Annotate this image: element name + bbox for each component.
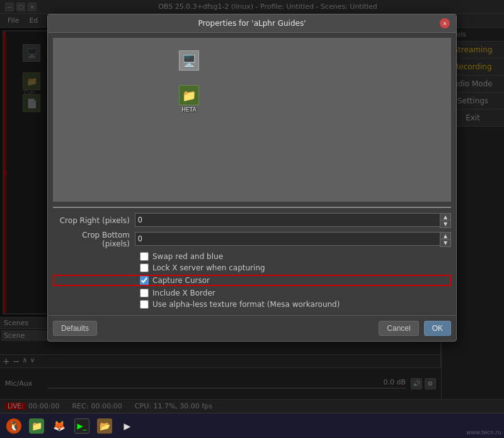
include-x-border-row: Include X Border: [53, 287, 451, 299]
capture-cursor-checkbox[interactable]: [140, 276, 149, 285]
modal-close-button[interactable]: ×: [440, 18, 450, 28]
swap-red-blue-row: Swap red and blue: [53, 251, 451, 262]
swap-red-blue-checkbox[interactable]: [140, 252, 149, 261]
desktop-icon-1: 🖥️: [179, 50, 199, 72]
taskbar-start-button[interactable]: 🐧: [5, 417, 23, 435]
modal-form: Crop Right (pixels) ▲ ▼ Crop Bottom (pix…: [48, 208, 456, 313]
lock-x-server-row: Lock X server when capturing: [53, 262, 451, 274]
lock-x-server-checkbox[interactable]: [140, 263, 149, 272]
modal-preview-area: 🖥️ 📁 HETA: [53, 38, 451, 202]
capture-cursor-row: Capture Cursor: [53, 275, 451, 286]
alpha-less-label[interactable]: Use alpha-less texture format (Mesa work…: [152, 300, 340, 309]
taskbar-folder-button[interactable]: 📂: [96, 417, 113, 435]
crop-right-input[interactable]: [135, 213, 440, 227]
defaults-button[interactable]: Defaults: [53, 321, 97, 336]
taskbar: 🐧 📁 🦊 ▶_ 📂 ▶: [0, 413, 504, 438]
include-x-border-checkbox[interactable]: [140, 289, 149, 297]
swap-red-blue-label[interactable]: Swap red and blue: [152, 252, 223, 261]
desktop-icon-2: 📁 HETA: [179, 85, 199, 113]
modal-title: Properties for 'aLphr Guides': [64, 19, 440, 28]
capture-cursor-label[interactable]: Capture Cursor: [152, 276, 210, 285]
crop-bottom-up-button[interactable]: ▲: [440, 233, 450, 239]
crop-right-up-button[interactable]: ▲: [440, 214, 450, 221]
watermark: www.tecn.ru: [466, 429, 501, 435]
crop-right-spin-buttons: ▲ ▼: [440, 213, 451, 228]
crop-right-label: Crop Right (pixels): [53, 216, 135, 225]
crop-right-spinbox: ▲ ▼: [135, 213, 451, 228]
crop-right-down-button[interactable]: ▼: [440, 221, 450, 228]
alpha-less-row: Use alpha-less texture format (Mesa work…: [53, 299, 451, 310]
include-x-border-label[interactable]: Include X Border: [152, 289, 215, 297]
modal-buttons: Defaults Cancel OK: [48, 315, 456, 341]
crop-bottom-spin-buttons: ▲ ▼: [440, 232, 451, 247]
cancel-button[interactable]: Cancel: [379, 321, 418, 336]
properties-dialog: Properties for 'aLphr Guides' × 🖥️ 📁 HET…: [47, 14, 457, 342]
crop-right-row: Crop Right (pixels) ▲ ▼: [53, 213, 451, 228]
alpha-less-checkbox[interactable]: [140, 300, 149, 309]
modal-titlebar: Properties for 'aLphr Guides' ×: [48, 14, 456, 33]
taskbar-files-button[interactable]: 📁: [28, 417, 45, 435]
taskbar-terminal-button[interactable]: ▶_: [73, 417, 91, 435]
lock-x-server-label[interactable]: Lock X server when capturing: [152, 263, 265, 272]
crop-bottom-row: Crop Bottom (pixels) ▲ ▼: [53, 231, 451, 248]
crop-bottom-input[interactable]: [135, 232, 440, 246]
crop-bottom-down-button[interactable]: ▼: [440, 239, 450, 246]
crop-bottom-spinbox: ▲ ▼: [135, 232, 451, 247]
taskbar-firefox-button[interactable]: 🦊: [50, 417, 68, 435]
modal-overlay: Properties for 'aLphr Guides' × 🖥️ 📁 HET…: [0, 0, 504, 413]
crop-bottom-label: Crop Bottom (pixels): [53, 231, 135, 248]
ok-button[interactable]: OK: [424, 321, 451, 336]
taskbar-media-button[interactable]: ▶: [118, 417, 136, 435]
